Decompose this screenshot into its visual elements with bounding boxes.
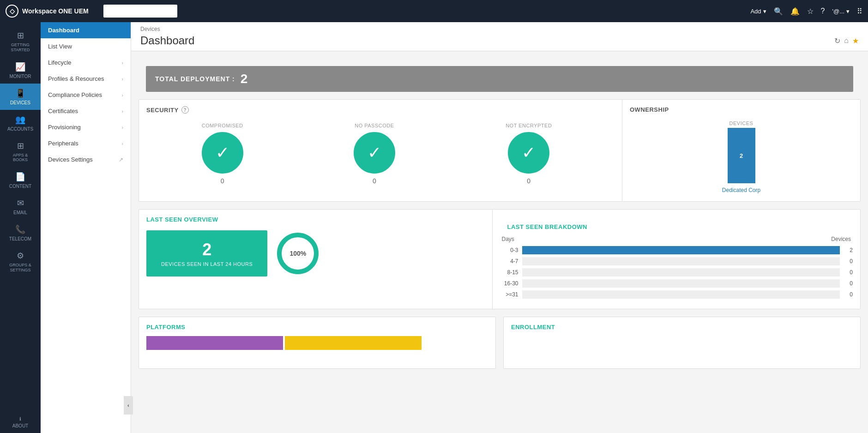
ownership-bar-container: 2: [630, 128, 853, 183]
notifications-icon[interactable]: 🔔: [790, 7, 800, 16]
groups-settings-icon: ⚙: [17, 251, 24, 261]
app-logo: ◇ Workspace ONE UEM: [6, 5, 98, 18]
sidebar-item-telecom[interactable]: 📞 TELECOM: [0, 220, 41, 246]
platform-bar-1: [146, 336, 283, 350]
sidebar-label-groups-settings: GROUPS &SETTINGS: [9, 263, 31, 273]
deployment-value: 2: [241, 72, 248, 86]
logo-icon: ◇: [6, 5, 18, 18]
top-nav-actions: Add ▾ 🔍 🔔 ☆ ? '@... ▾ ⠿: [750, 7, 862, 16]
breakdown-day-label: 8-15: [500, 269, 518, 276]
deployment-label: TOTAL DEPLOYMENT :: [155, 75, 235, 83]
enrollment-card: ENROLLMENT: [503, 317, 861, 369]
breakdown-devices-header: Devices: [831, 236, 851, 242]
devices-icon: 📱: [15, 88, 25, 98]
user-menu-button[interactable]: '@... ▾: [832, 8, 850, 15]
seen-label: DEVICES SEEN IN LAST 24 HOURS: [161, 261, 253, 267]
content-icon: 📄: [15, 172, 25, 182]
devices-bar-label: DEVICES: [729, 120, 753, 126]
add-button[interactable]: Add ▾: [750, 8, 766, 15]
breakdown-day-label: 4-7: [500, 258, 518, 265]
refresh-button[interactable]: ↻: [834, 36, 840, 45]
nav-item-provisioning[interactable]: Provisioning ›: [41, 119, 131, 135]
no-passcode-value: 0: [373, 177, 376, 185]
dashboard-grid: TOTAL DEPLOYMENT : 2 SECURITY ? COMPROMI…: [131, 51, 868, 376]
breakdown-count: 0: [844, 280, 853, 287]
search-icon[interactable]: 🔍: [774, 7, 783, 16]
breakdown-bar: [522, 246, 840, 254]
security-section: SECURITY ? COMPROMISED ✓ 0 NO PASSCODE: [139, 100, 615, 201]
chevron-right-icon: ›: [121, 141, 123, 146]
breakdown-bar-wrap: [522, 279, 840, 288]
page-header: Devices Dashboard ↻ ⌂ ★: [131, 22, 868, 51]
metric-compromised: COMPROMISED ✓ 0: [202, 123, 243, 185]
nav-item-lifecycle[interactable]: Lifecycle ›: [41, 54, 131, 71]
sidebar-item-accounts[interactable]: 👥 ACCOUNTS: [0, 110, 41, 136]
metric-not-encrypted: NOT ENCRYPTED ✓ 0: [506, 123, 552, 185]
sidebar-item-apps-books[interactable]: ⊞ APPS &BOOKS: [0, 136, 41, 168]
check-icon: ✓: [216, 143, 229, 162]
sidebar-item-about[interactable]: ℹ ABOUT: [12, 412, 28, 433]
nav-item-devices-settings[interactable]: Devices Settings ↗: [41, 151, 131, 168]
security-metrics: COMPROMISED ✓ 0 NO PASSCODE ✓ 0: [139, 114, 615, 194]
sidebar-item-groups-settings[interactable]: ⚙ GROUPS &SETTINGS: [0, 246, 41, 277]
home-button[interactable]: ⌂: [844, 36, 849, 45]
sidebar-item-content[interactable]: 📄 CONTENT: [0, 167, 41, 193]
page-title: Dashboard: [140, 34, 194, 47]
monitor-icon: 📈: [15, 62, 25, 72]
external-link-icon: ↗: [119, 156, 123, 163]
sidebar-collapse-button[interactable]: ‹: [124, 396, 131, 415]
telecom-icon: 📞: [15, 224, 25, 235]
star-button[interactable]: ★: [852, 36, 859, 45]
platforms-card: PLATFORMS: [139, 317, 496, 369]
breakdown-count: 0: [844, 291, 853, 298]
chevron-right-icon: ›: [121, 60, 123, 66]
sidebar-label-about: ABOUT: [12, 423, 28, 428]
platforms-bar-area: [146, 336, 488, 350]
ownership-chart: DEVICES 2 Dedicated Corp: [622, 113, 860, 201]
sidebar-item-devices[interactable]: 📱 DEVICES: [0, 84, 41, 110]
ownership-bar: 2: [728, 128, 755, 183]
help-icon[interactable]: ?: [821, 7, 825, 15]
breakdown-bar-wrap: [522, 268, 840, 277]
nav-item-profiles-resources[interactable]: Profiles & Resources ›: [41, 71, 131, 87]
nav-item-list-view[interactable]: List View: [41, 38, 131, 54]
breakdown-row: 16-30 0: [500, 279, 853, 288]
about-icon: ℹ: [19, 416, 21, 421]
sidebar-item-email[interactable]: ✉ EMAIL: [0, 193, 41, 220]
breakdown-row: 0-3 2: [500, 246, 853, 254]
donut-chart: 100%: [275, 230, 321, 277]
main-layout: ⊞ GETTINGSTARTED 📈 MONITOR 📱 DEVICES 👥 A…: [0, 22, 868, 433]
global-search-input[interactable]: [103, 5, 177, 18]
not-encrypted-circle: ✓: [508, 132, 549, 174]
ownership-legend: Dedicated Corp: [722, 187, 760, 193]
sidebar-label-telecom: TELECOM: [9, 236, 31, 241]
not-encrypted-value: 0: [527, 177, 530, 185]
platforms-enrollment-row: PLATFORMS ENROLLMENT: [139, 317, 861, 369]
left-nav-menu: Dashboard List View Lifecycle › Profiles…: [41, 22, 131, 433]
sidebar-item-monitor[interactable]: 📈 MONITOR: [0, 57, 41, 84]
breakdown-bar-wrap: [522, 257, 840, 265]
no-passcode-circle: ✓: [354, 132, 395, 174]
nav-item-peripherals[interactable]: Peripherals ›: [41, 135, 131, 151]
donut-percentage: 100%: [289, 250, 306, 257]
apps-grid-icon[interactable]: ⠿: [857, 7, 862, 16]
favorites-icon[interactable]: ☆: [807, 7, 814, 16]
page-title-row: Dashboard ↻ ⌂ ★: [140, 34, 859, 51]
ownership-bar-area: DEVICES 2 Dedicated Corp: [630, 120, 853, 193]
compromised-label: COMPROMISED: [202, 123, 243, 128]
nav-item-certificates[interactable]: Certificates ›: [41, 103, 131, 119]
last-seen-overview-title: LAST SEEN OVERVIEW: [139, 210, 492, 223]
sidebar-item-getting-started[interactable]: ⊞ GETTINGSTARTED: [0, 26, 41, 57]
compromised-value: 0: [221, 177, 224, 185]
sidebar-label-content: CONTENT: [9, 184, 31, 189]
check-icon: ✓: [522, 143, 536, 162]
page-actions: ↻ ⌂ ★: [834, 36, 859, 45]
dedicated-corp-label[interactable]: Dedicated Corp: [722, 187, 760, 193]
breakdown-row: >=31 0: [500, 290, 853, 299]
nav-item-dashboard[interactable]: Dashboard: [41, 22, 131, 38]
security-help-icon[interactable]: ?: [181, 106, 189, 114]
nav-item-compliance-policies[interactable]: Compliance Policies ›: [41, 87, 131, 103]
breakdown-bar-wrap: [522, 246, 840, 254]
user-chevron-icon: ▾: [846, 8, 850, 15]
last-seen-breakdown-section: LAST SEEN BREAKDOWN Days Devices 0-3 2 4…: [493, 210, 861, 309]
